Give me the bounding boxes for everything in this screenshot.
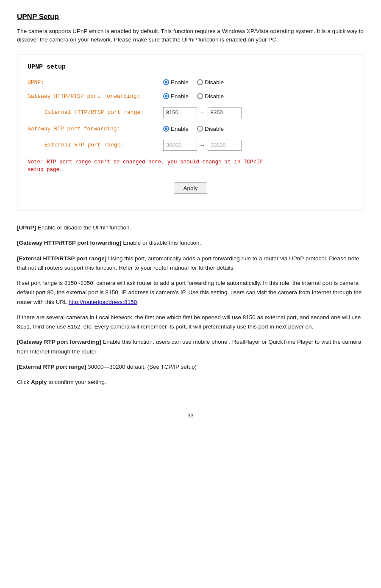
port-range-note-paragraph: If set port range is 8150~8350, camera w… bbox=[17, 279, 364, 307]
external-rtp-range-row: External RTP port range: -- bbox=[28, 140, 353, 151]
external-http-description: [External HTTP/RTSP port range] Using th… bbox=[17, 254, 364, 273]
external-rtp-desc-term: [External RTP port range] bbox=[17, 364, 86, 370]
gateway-http-desc-term: [Gateway HTTP/RTSP port forwarding] bbox=[17, 240, 122, 246]
gateway-http-rtsp-label: Gateway HTTP/RTSP port forwarding: bbox=[28, 93, 163, 99]
external-http-desc-term: [External HTTP/RTSP port range] bbox=[17, 255, 106, 262]
external-rtp-range-label: External RTP port range: bbox=[28, 142, 163, 148]
upnp-desc-term: [UPnP] bbox=[17, 224, 36, 231]
gateway-http-rtsp-enable-label: Enable bbox=[171, 93, 189, 99]
port-dash-2: -- bbox=[200, 142, 204, 148]
upnp-desc-text: Enable or disable the UPnP function. bbox=[38, 224, 131, 231]
external-http-rtsp-range-label: External HTTP/RTSP port range: bbox=[28, 109, 163, 116]
external-rtp-port-range: -- bbox=[163, 140, 242, 151]
click-apply-prefix: Click bbox=[17, 379, 31, 385]
gateway-rtp-label: Gateway RTP port forwarding: bbox=[28, 126, 163, 132]
upnp-label: UPNP: bbox=[28, 79, 163, 86]
gateway-rtp-enable-label: Enable bbox=[171, 126, 189, 132]
external-rtp-description: [External RTP port range] 30000—30200 de… bbox=[17, 362, 364, 372]
external-rtp-port1-input[interactable] bbox=[163, 140, 197, 151]
page-number: 33 bbox=[17, 412, 364, 419]
upnp-row: UPNP: Enable Disable bbox=[28, 79, 353, 86]
setup-box: UPNP setup UPNP: Enable Disable Gateway … bbox=[17, 55, 364, 211]
description-section: [UPnP] Enable or disable the UPnP functi… bbox=[17, 223, 364, 387]
upnp-enable-radio[interactable] bbox=[163, 79, 169, 85]
gateway-http-rtsp-disable-option[interactable]: Disable bbox=[197, 93, 224, 99]
external-http-rtsp-range-row: External HTTP/RTSP port range: -- bbox=[28, 107, 353, 118]
several-cameras-text: If there are several cameras in Local Ne… bbox=[17, 314, 361, 330]
port-range-note-end: . bbox=[137, 299, 139, 305]
gateway-rtp-description: [Gateway RTP port forwarding] Enable thi… bbox=[17, 337, 364, 356]
gateway-rtp-enable-radio[interactable] bbox=[163, 126, 169, 132]
gateway-http-description: [Gateway HTTP/RTSP port forwarding] Enab… bbox=[17, 238, 364, 248]
apply-btn-wrapper: Apply bbox=[28, 182, 353, 194]
gateway-rtp-radio-group: Enable Disable bbox=[163, 126, 230, 132]
upnp-radio-group: Enable Disable bbox=[163, 79, 230, 86]
upnp-enable-option[interactable]: Enable bbox=[163, 79, 189, 86]
apply-bold: Apply bbox=[31, 379, 47, 385]
external-http-rtsp-port-range: -- bbox=[163, 107, 242, 118]
page-title: UPNP Setup bbox=[17, 13, 364, 21]
click-apply-suffix: to confirm your setting. bbox=[47, 379, 106, 385]
gateway-http-rtsp-disable-radio[interactable] bbox=[197, 93, 203, 99]
external-rtp-port2-input[interactable] bbox=[208, 140, 242, 151]
rtp-note: Note: RTP port range can't be changed he… bbox=[28, 158, 353, 174]
upnp-enable-label: Enable bbox=[171, 79, 189, 86]
gateway-http-rtsp-radio-group: Enable Disable bbox=[163, 93, 230, 99]
gateway-http-desc-text: Enable or disable this function. bbox=[123, 240, 201, 246]
gateway-http-rtsp-enable-radio[interactable] bbox=[163, 93, 169, 99]
router-link[interactable]: http://routeripaddress:8150 bbox=[69, 299, 137, 305]
external-http-rtsp-port2-input[interactable] bbox=[208, 107, 242, 118]
gateway-rtp-disable-option[interactable]: Disable bbox=[197, 126, 224, 132]
gateway-rtp-enable-option[interactable]: Enable bbox=[163, 126, 189, 132]
upnp-disable-radio[interactable] bbox=[197, 79, 203, 85]
gateway-http-rtsp-row: Gateway HTTP/RTSP port forwarding: Enabl… bbox=[28, 93, 353, 99]
upnp-description: [UPnP] Enable or disable the UPnP functi… bbox=[17, 223, 364, 232]
port-dash-1: -- bbox=[200, 109, 204, 116]
upnp-disable-label: Disable bbox=[205, 79, 224, 86]
gateway-http-rtsp-disable-label: Disable bbox=[205, 93, 224, 99]
upnp-disable-option[interactable]: Disable bbox=[197, 79, 224, 86]
external-http-rtsp-port1-input[interactable] bbox=[163, 107, 197, 118]
apply-button[interactable]: Apply bbox=[174, 182, 208, 194]
intro-paragraph: The camera supports UPnP which is enable… bbox=[17, 27, 364, 44]
several-cameras-paragraph: If there are several cameras in Local Ne… bbox=[17, 313, 364, 332]
gateway-rtp-desc-term: [Gateway RTP port forwarding] bbox=[17, 339, 101, 345]
gateway-http-rtsp-enable-option[interactable]: Enable bbox=[163, 93, 189, 99]
external-rtp-desc-text: 30000—30200 default. (See TCP/IP setup) bbox=[88, 364, 197, 370]
click-apply-paragraph: Click Apply to confirm your setting. bbox=[17, 378, 364, 387]
gateway-rtp-disable-radio[interactable] bbox=[197, 126, 203, 132]
gateway-rtp-disable-label: Disable bbox=[205, 126, 224, 132]
setup-box-title: UPNP setup bbox=[28, 63, 353, 71]
gateway-rtp-row: Gateway RTP port forwarding: Enable Disa… bbox=[28, 126, 353, 132]
